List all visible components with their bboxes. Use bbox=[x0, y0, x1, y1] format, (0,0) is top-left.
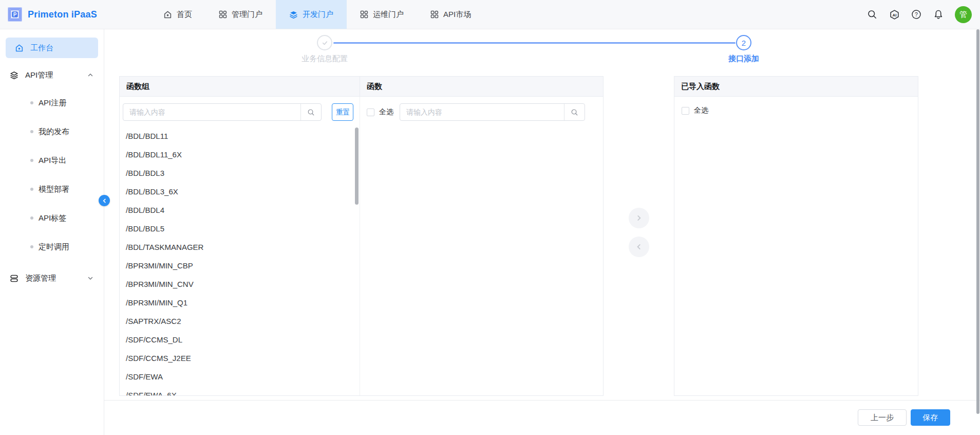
sidebar-subitem-label: API注册 bbox=[39, 98, 66, 108]
notifications-bell-icon[interactable] bbox=[933, 9, 944, 20]
nav-item-ops-portal[interactable]: 运维门户 bbox=[347, 0, 417, 29]
function-groups-title: 函数组 bbox=[120, 77, 360, 96]
bullet-dot bbox=[30, 188, 33, 191]
functions-column: 全选 bbox=[360, 97, 603, 395]
function-group-item[interactable]: /BDL/BDL3_6X bbox=[126, 183, 360, 201]
nav-item-label: API市场 bbox=[443, 10, 471, 20]
sidebar-item-resource-management[interactable]: 资源管理 bbox=[0, 268, 104, 288]
function-group-search-input[interactable] bbox=[123, 104, 300, 120]
previous-step-button[interactable]: 上一步 bbox=[858, 409, 907, 426]
nav-menu: 首页 管理门户 开发门户 bbox=[150, 0, 484, 29]
layers-icon bbox=[10, 71, 18, 80]
grid-icon bbox=[430, 10, 439, 19]
functions-title: 函数 bbox=[360, 77, 382, 96]
sidebar-submenu: API注册 我的发布 API导出 模型部署 API标签 定时调用 bbox=[0, 88, 104, 261]
help-icon[interactable]: ? bbox=[911, 9, 922, 20]
sidebar: 工作台 API管理 API注册 我的发布 API导出 模型部署 API标签 定时… bbox=[0, 29, 104, 435]
svg-text:P: P bbox=[13, 12, 17, 17]
database-icon bbox=[10, 274, 18, 283]
functions-select-all-label: 全选 bbox=[379, 107, 393, 117]
function-group-item[interactable]: /BPR3MI/MIN_CBP bbox=[126, 257, 360, 275]
stepper-connector-line bbox=[333, 42, 736, 44]
function-group-item[interactable]: /BPR3MI/MIN_Q1 bbox=[126, 294, 360, 312]
imported-functions-panel: 已导入函数 全选 bbox=[674, 76, 918, 396]
step-1-label: 业务信息配置 bbox=[286, 54, 363, 64]
chevron-down-icon bbox=[87, 275, 93, 281]
function-group-item[interactable]: /SDF/CCMS_DL bbox=[126, 331, 360, 349]
sidebar-collapse-button[interactable] bbox=[99, 195, 110, 206]
sidebar-subitem-label: API标签 bbox=[39, 213, 66, 223]
bullet-dot bbox=[30, 101, 33, 104]
search-icon[interactable] bbox=[866, 9, 878, 20]
bullet-dot bbox=[30, 159, 33, 162]
move-right-button[interactable] bbox=[629, 208, 649, 228]
sidebar-subitem[interactable]: API标签 bbox=[0, 204, 104, 232]
sidebar-item-api-management[interactable]: API管理 bbox=[0, 65, 104, 85]
main-content: 业务信息配置 2 接口添加 函数组 函数 重置 bbox=[104, 29, 980, 435]
home-icon bbox=[163, 10, 172, 19]
step-1-indicator bbox=[317, 35, 332, 50]
sidebar-subitem-label: API导出 bbox=[39, 156, 66, 166]
bullet-dot bbox=[30, 245, 33, 248]
move-left-button[interactable] bbox=[629, 237, 649, 257]
svg-text:AI: AI bbox=[892, 12, 896, 17]
function-group-item[interactable]: /SDF/EWA bbox=[126, 368, 360, 386]
sidebar-subitem-label: 定时调用 bbox=[39, 242, 69, 252]
function-group-item[interactable]: /SAPTRX/ASC2 bbox=[126, 312, 360, 331]
save-button[interactable]: 保存 bbox=[911, 409, 950, 426]
function-group-item[interactable]: /BPR3MI/MIN_CNV bbox=[126, 275, 360, 294]
panel-header: 函数组 函数 bbox=[120, 77, 603, 97]
nav-item-api-market[interactable]: API市场 bbox=[417, 0, 484, 29]
functions-select-all-checkbox[interactable] bbox=[367, 108, 374, 116]
transfer-source-panel: 函数组 函数 重置 /BDL/BDL11/BDL/BDL11_6X bbox=[119, 76, 604, 396]
ai-assistant-icon[interactable]: AI bbox=[889, 9, 900, 20]
sidebar-item-label: 资源管理 bbox=[25, 274, 56, 283]
bullet-dot bbox=[30, 130, 33, 133]
grid-icon bbox=[360, 10, 368, 19]
reset-button[interactable]: 重置 bbox=[332, 103, 353, 121]
brand-name: Primeton iPaaS bbox=[28, 9, 97, 20]
function-group-list: /BDL/BDL11/BDL/BDL11_6X/BDL/BDL3/BDL/BDL… bbox=[120, 127, 360, 395]
nav-item-label: 运维门户 bbox=[373, 10, 404, 20]
top-navbar: P Primeton iPaaS 首页 管理门户 bbox=[0, 0, 980, 29]
nav-item-label: 开发门户 bbox=[303, 10, 333, 20]
footer-divider bbox=[104, 400, 980, 401]
nav-item-dev-portal[interactable]: 开发门户 bbox=[276, 0, 347, 29]
search-icon[interactable] bbox=[564, 104, 585, 120]
nav-item-home[interactable]: 首页 bbox=[150, 0, 205, 29]
function-group-item[interactable]: /SDF/CCMS_J2EE bbox=[126, 349, 360, 368]
step-2-indicator: 2 bbox=[736, 35, 751, 50]
functions-search-input[interactable] bbox=[400, 104, 564, 120]
sidebar-subitem[interactable]: 我的发布 bbox=[0, 117, 104, 146]
brand-logo[interactable]: P Primeton iPaaS bbox=[7, 7, 97, 22]
page-scrollbar[interactable] bbox=[976, 29, 979, 414]
user-avatar[interactable]: 管 bbox=[955, 6, 972, 23]
svg-text:?: ? bbox=[915, 11, 918, 17]
function-group-item[interactable]: /SDF/EWA_6X bbox=[126, 386, 360, 395]
sidebar-subitem-label: 我的发布 bbox=[39, 127, 69, 137]
sidebar-subitem[interactable]: 模型部署 bbox=[0, 175, 104, 204]
functions-search bbox=[400, 103, 585, 121]
sidebar-subitem[interactable]: API注册 bbox=[0, 88, 104, 117]
function-group-item[interactable]: /BDL/BDL11_6X bbox=[126, 146, 360, 164]
sidebar-item-label: 工作台 bbox=[30, 43, 53, 53]
sidebar-subitem-label: 模型部署 bbox=[39, 185, 69, 194]
imported-select-all-label: 全选 bbox=[694, 106, 708, 115]
list-scrollbar[interactable] bbox=[355, 128, 359, 205]
function-group-item[interactable]: /BDL/BDL4 bbox=[126, 201, 360, 220]
sidebar-subitem[interactable]: API导出 bbox=[0, 146, 104, 175]
function-group-item[interactable]: /BDL/BDL11 bbox=[126, 127, 360, 146]
sidebar-subitem[interactable]: 定时调用 bbox=[0, 232, 104, 261]
function-group-item[interactable]: /BDL/TASKMANAGER bbox=[126, 238, 360, 257]
chevron-up-icon bbox=[87, 72, 93, 78]
nav-item-admin-portal[interactable]: 管理门户 bbox=[205, 0, 276, 29]
function-group-item[interactable]: /BDL/BDL3 bbox=[126, 164, 360, 183]
sidebar-item-workbench[interactable]: 工作台 bbox=[6, 38, 98, 58]
search-icon[interactable] bbox=[300, 104, 321, 120]
imported-select-all-checkbox[interactable] bbox=[682, 107, 689, 115]
layers-icon bbox=[289, 10, 298, 19]
function-groups-column: 重置 /BDL/BDL11/BDL/BDL11_6X/BDL/BDL3/BDL/… bbox=[120, 97, 360, 395]
nav-item-label: 首页 bbox=[177, 10, 192, 20]
function-group-item[interactable]: /BDL/BDL5 bbox=[126, 220, 360, 238]
imported-functions-title: 已导入函数 bbox=[674, 77, 720, 96]
